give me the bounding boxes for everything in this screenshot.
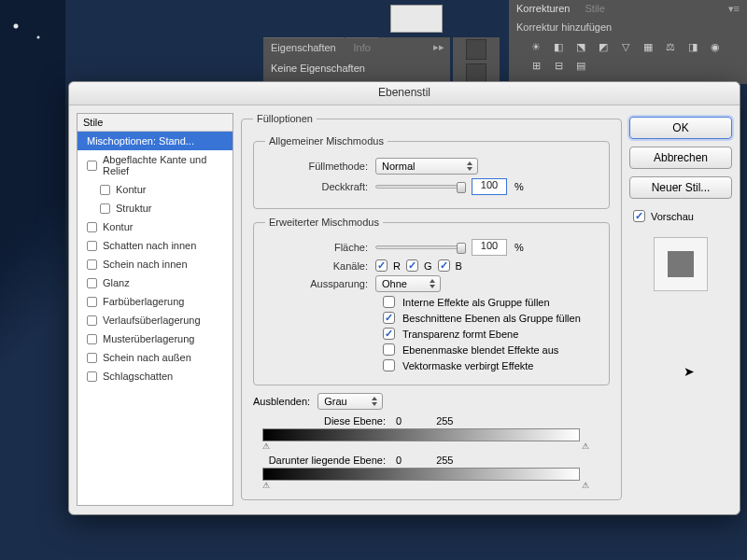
- fill-pct: %: [514, 242, 524, 253]
- document-thumbnail: [390, 5, 443, 33]
- style-checkbox[interactable]: [87, 259, 97, 270]
- opacity-pct: %: [514, 181, 524, 192]
- opacity-label: Deckkraft:: [265, 181, 368, 192]
- tab-info[interactable]: Info: [346, 37, 378, 57]
- style-item-label: Struktur: [116, 203, 152, 214]
- cancel-button[interactable]: Abbrechen: [629, 147, 732, 169]
- opt-layer-mask-checkbox[interactable]: [383, 343, 395, 356]
- adj-curves-icon[interactable]: ⬔: [572, 40, 589, 53]
- style-checkbox[interactable]: [100, 185, 110, 195]
- adjustments-subtitle: Korrektur hinzufügen: [509, 18, 747, 36]
- knockout-select[interactable]: Ohne: [375, 275, 441, 292]
- adj-bw-icon[interactable]: ◨: [684, 40, 701, 53]
- style-checkbox[interactable]: [87, 222, 97, 232]
- panel-menu-icon[interactable]: ▾≡: [721, 0, 747, 18]
- fill-opacity-input[interactable]: 100: [472, 239, 507, 256]
- under-layer-label: Darunter liegende Ebene:: [253, 455, 393, 466]
- opacity-input[interactable]: 100: [472, 178, 507, 195]
- panel-collapse-icon[interactable]: ▸▸: [428, 37, 450, 57]
- style-list-item[interactable]: Mischoptionen: Stand...: [78, 132, 233, 150]
- blend-if-select[interactable]: Grau: [317, 393, 383, 410]
- style-item-label: Schatten nach innen: [103, 240, 196, 251]
- opacity-slider[interactable]: [375, 185, 464, 189]
- slider-handle-icon[interactable]: ⚠: [262, 441, 270, 451]
- style-item-label: Schein nach außen: [103, 352, 191, 363]
- adj-vibrance-icon[interactable]: ▽: [617, 40, 634, 53]
- style-checkbox[interactable]: [87, 297, 97, 307]
- style-list-item[interactable]: Kontur: [78, 217, 233, 236]
- style-list-item[interactable]: Schein nach innen: [78, 255, 233, 273]
- general-blend-legend: Allgemeiner Mischmodus: [265, 135, 388, 147]
- options-panel: Fülloptionen Allgemeiner Mischmodus Füll…: [241, 113, 622, 506]
- opt-vector-mask-checkbox[interactable]: [383, 359, 395, 371]
- style-checkbox[interactable]: [87, 241, 97, 251]
- style-list-item[interactable]: Abgeflachte Kante und Relief: [78, 150, 233, 180]
- adj-lookup-icon[interactable]: ⊟: [550, 59, 567, 72]
- adj-posterize-icon[interactable]: ▤: [572, 59, 589, 72]
- fill-opacity-slider[interactable]: [375, 245, 464, 249]
- opt-internal-effects-checkbox[interactable]: [383, 296, 395, 308]
- style-list-item[interactable]: Glanz: [78, 273, 233, 292]
- preview-checkbox[interactable]: [633, 210, 645, 222]
- style-list-item[interactable]: Schatten nach innen: [78, 236, 233, 255]
- adj-exposure-icon[interactable]: ◩: [595, 40, 612, 53]
- style-item-label: Musterüberlagerung: [103, 333, 194, 344]
- slider-handle-icon[interactable]: ⚠: [582, 441, 589, 451]
- adj-balance-icon[interactable]: ⚖: [662, 40, 679, 53]
- style-item-label: Farbüberlagerung: [103, 296, 184, 307]
- fill-options-group: Fülloptionen Allgemeiner Mischmodus Füll…: [241, 113, 622, 500]
- slider-handle-icon[interactable]: ⚠: [262, 481, 270, 490]
- style-checkbox[interactable]: [87, 278, 97, 288]
- tab-eigenschaften[interactable]: Eigenschaften: [263, 37, 344, 57]
- advanced-blend-group: Erweiterter Mischmodus Fläche: 100 % Kan…: [253, 217, 610, 385]
- styles-header: Stile: [78, 114, 233, 132]
- slider-handle-icon[interactable]: ⚠: [582, 481, 589, 490]
- under-layer-slider[interactable]: [262, 468, 580, 481]
- new-style-button[interactable]: Neuer Stil...: [629, 176, 732, 199]
- tab-stile[interactable]: Stile: [577, 0, 612, 18]
- style-list-item[interactable]: Schein nach außen: [78, 348, 233, 367]
- channel-b-checkbox[interactable]: [438, 259, 450, 272]
- tab-korrekturen[interactable]: Korrekturen: [509, 0, 577, 18]
- style-checkbox[interactable]: [100, 203, 110, 214]
- fill-opacity-label: Fläche:: [265, 242, 368, 253]
- opt-internal-effects-label: Interne Effekte als Gruppe füllen: [402, 297, 550, 308]
- style-item-label: Glanz: [103, 277, 130, 288]
- style-checkbox[interactable]: [87, 161, 97, 171]
- properties-body: Keine Eigenschaften: [263, 57, 450, 79]
- this-layer-label: Diese Ebene:: [253, 415, 393, 427]
- ok-button[interactable]: OK: [629, 117, 732, 139]
- opt-clipped-layers-label: Beschnittene Ebenen als Gruppe füllen: [402, 313, 581, 324]
- opt-layer-mask-label: Ebenenmaske blendet Effekte aus: [402, 344, 558, 356]
- blend-mode-label: Füllmethode:: [265, 161, 368, 172]
- opt-transparency-checkbox[interactable]: [383, 328, 395, 340]
- blend-mode-select[interactable]: Normal: [375, 158, 478, 175]
- preview-swatch: [654, 237, 708, 291]
- preview-label: Vorschau: [651, 211, 694, 222]
- this-layer-slider[interactable]: [262, 428, 580, 441]
- adj-hue-icon[interactable]: ▦: [640, 40, 656, 53]
- style-checkbox[interactable]: [87, 334, 97, 344]
- opt-transparency-label: Transparenz formt Ebene: [402, 329, 518, 340]
- style-list-item[interactable]: Struktur: [78, 199, 233, 217]
- channel-r-checkbox[interactable]: [375, 259, 388, 272]
- style-list-item[interactable]: Schlagschatten: [78, 367, 233, 385]
- fill-options-legend: Fülloptionen: [253, 113, 317, 124]
- adj-mixer-icon[interactable]: ⊞: [528, 59, 544, 72]
- adj-photo-icon[interactable]: ◉: [707, 40, 724, 53]
- style-checkbox[interactable]: [87, 353, 97, 363]
- style-checkbox[interactable]: [87, 371, 97, 382]
- style-item-label: Abgeflachte Kante und Relief: [103, 154, 227, 176]
- adj-brightness-icon[interactable]: ☀: [528, 40, 544, 53]
- opt-clipped-layers-checkbox[interactable]: [383, 312, 395, 324]
- style-list-item[interactable]: Musterüberlagerung: [78, 329, 233, 348]
- style-list-item[interactable]: Farbüberlagerung: [78, 292, 233, 311]
- style-list-item[interactable]: Verlaufsüberlagerung: [78, 311, 233, 329]
- channel-g-checkbox[interactable]: [406, 259, 418, 272]
- adj-levels-icon[interactable]: ◧: [550, 40, 567, 53]
- panel-icon-1[interactable]: [466, 39, 486, 60]
- style-list-item[interactable]: Kontur: [78, 180, 233, 199]
- adjustments-panel: Korrekturen Stile ▾≡ Korrektur hinzufüge…: [509, 0, 747, 84]
- style-item-label: Kontur: [116, 184, 146, 195]
- style-checkbox[interactable]: [87, 315, 97, 326]
